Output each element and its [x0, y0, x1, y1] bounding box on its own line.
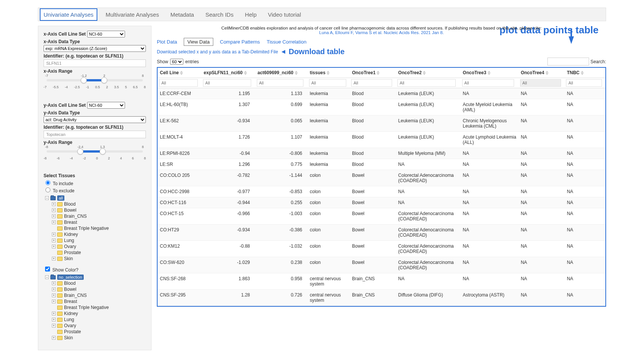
inner-tab-tissue-correlation[interactable]: Tissue Correlation [267, 39, 306, 45]
table-row: LE:CCRF-CEM1.1951.133leukemiaBloodLeukem… [158, 88, 605, 99]
folder-icon [57, 239, 63, 243]
to-exclude-radio[interactable] [45, 187, 50, 192]
tissue-item[interactable]: Ovary [64, 323, 76, 328]
tree-collapse-icon[interactable]: − [45, 196, 49, 200]
table-cell: NA [564, 170, 605, 186]
top-tab-univariate-analyses[interactable]: Univariate Analyses [40, 8, 97, 21]
column-header[interactable]: TNBC [564, 68, 605, 78]
search-label: Search: [591, 59, 606, 64]
tree-root-badge[interactable]: all [57, 195, 64, 201]
tree-expand-icon[interactable]: + [52, 208, 56, 212]
table-cell: central nervous system [308, 290, 350, 306]
inner-tab-view-data[interactable]: View Data [184, 38, 213, 46]
tissue-item[interactable]: Breast [64, 299, 77, 304]
column-filter-input[interactable] [520, 79, 561, 87]
table-cell: NA [564, 197, 605, 208]
column-filter-input[interactable] [203, 79, 251, 87]
column-header[interactable]: expSLFN11_nci60 [202, 68, 255, 78]
column-header[interactable]: OncoTree3 [461, 68, 519, 78]
search-input[interactable] [547, 58, 589, 66]
tissue-item[interactable]: Prostate [64, 329, 81, 334]
tree-expand-icon[interactable]: + [52, 281, 56, 285]
table-cell: -0.934 [202, 225, 255, 241]
x-range-slider[interactable]: -7-1.228 -7-5.5-4-2.5-10.523.556.58 [44, 76, 146, 91]
column-header[interactable]: tissues [308, 68, 350, 78]
tree-expand-icon[interactable]: + [52, 220, 56, 224]
entries-select[interactable]: 60 [170, 59, 183, 65]
tree-expand-icon[interactable]: + [52, 287, 56, 291]
tree-root-badge[interactable]: no_selection [57, 275, 84, 280]
table-cell: Bowel [350, 225, 396, 241]
table-cell: NA [519, 186, 565, 197]
tree-expand-icon[interactable]: + [52, 257, 56, 261]
tissue-item[interactable]: Bowel [64, 208, 77, 213]
top-tab-multivariate-analyses[interactable]: Multivariate Analyses [103, 9, 162, 20]
table-cell: colon [308, 241, 350, 257]
tree-expand-icon[interactable]: + [52, 245, 56, 248]
column-filter-input[interactable] [566, 79, 602, 87]
inner-tab-compare-patterns[interactable]: Compare Patterns [220, 39, 260, 45]
tree-expand-icon[interactable]: + [52, 318, 56, 321]
table-cell: 0.238 [255, 257, 308, 273]
table-row: LE:SR1.2960.775leukemiaBloodNANANANA [158, 159, 605, 170]
y-data-type-select[interactable]: act: Drug Activity [44, 116, 146, 123]
top-tab-video-tutorial[interactable]: Video tutorial [265, 9, 304, 20]
tissue-item[interactable]: Ovary [64, 244, 76, 249]
tissue-item[interactable]: Kidney [64, 232, 78, 237]
column-filter-input[interactable] [397, 79, 456, 87]
column-filter-input[interactable] [257, 79, 304, 87]
column-header[interactable]: act609699_nci60 [255, 68, 308, 78]
tree-expand-icon[interactable]: + [52, 232, 56, 236]
column-filter-input[interactable] [159, 79, 198, 87]
column-header[interactable]: OncoTree2 [396, 68, 461, 78]
to-include-radio[interactable] [45, 180, 50, 185]
tissue-item[interactable]: Prostate [64, 250, 81, 255]
tissue-item[interactable]: Skin [64, 335, 73, 340]
tissue-item[interactable]: Lung [64, 238, 74, 243]
tree-expand-icon[interactable]: + [52, 239, 56, 242]
x-cell-line-set-label: x-Axis Cell Line Set [44, 31, 86, 37]
column-filter-input[interactable] [309, 79, 346, 87]
table-cell: colon [308, 225, 350, 241]
table-cell: 0.255 [255, 197, 308, 208]
column-header[interactable]: OncoTree4 [519, 68, 565, 78]
citation-link[interactable]: Luna A, Elloumi F, Varma S et al. Nuclei… [319, 30, 444, 35]
tissue-item[interactable]: Kidney [64, 311, 78, 316]
tree-expand-icon[interactable]: + [52, 324, 56, 328]
tissue-item[interactable]: Breast Triple Negative [64, 226, 109, 231]
tissue-item[interactable]: Brain_CNS [64, 293, 87, 298]
tissue-item[interactable]: Breast Triple Negative [64, 305, 109, 310]
tree-expand-icon[interactable]: + [52, 312, 56, 315]
download-tab-file-link[interactable]: Download selected x and y axis data as a… [157, 49, 278, 55]
folder-icon [57, 245, 63, 249]
column-header[interactable]: OncoTree1 [350, 68, 396, 78]
tree-collapse-icon[interactable]: − [45, 275, 49, 279]
tree-expand-icon[interactable]: + [52, 202, 56, 206]
tissue-item[interactable]: Blood [64, 281, 76, 286]
tree-expand-icon[interactable]: + [52, 214, 56, 218]
show-color-checkbox[interactable] [45, 267, 50, 272]
x-identifier-input[interactable] [44, 59, 146, 67]
table-cell: Blood [350, 99, 396, 115]
top-tab-search-ids[interactable]: Search IDs [202, 9, 236, 20]
column-filter-input[interactable] [351, 79, 392, 87]
tissue-item[interactable]: Breast [64, 220, 77, 225]
tree-expand-icon[interactable]: + [52, 300, 56, 303]
x-cell-line-set-select[interactable]: NCI-60 [87, 31, 125, 37]
top-tab-metadata[interactable]: Metadata [167, 9, 197, 20]
y-cell-line-set-select[interactable]: NCI-60 [87, 102, 125, 109]
tree-expand-icon[interactable]: + [52, 336, 56, 340]
top-tab-help[interactable]: Help [242, 9, 259, 20]
tissue-item[interactable]: Brain_CNS [64, 214, 87, 219]
column-header[interactable]: Cell Line [158, 68, 202, 78]
y-range-slider[interactable]: -8-2.41.38 -8-6-4-202468 [44, 147, 146, 162]
tissue-item[interactable]: Skin [64, 256, 73, 261]
inner-tab-plot-data[interactable]: Plot Data [157, 39, 177, 45]
y-identifier-input[interactable] [44, 131, 146, 138]
tissue-item[interactable]: Lung [64, 317, 74, 322]
tree-expand-icon[interactable]: + [52, 293, 56, 297]
column-filter-input[interactable] [462, 79, 514, 87]
tissue-item[interactable]: Bowel [64, 287, 77, 292]
tissue-item[interactable]: Blood [64, 201, 76, 207]
x-data-type-select[interactable]: exp: mRNA Expression (Z-Score) [44, 45, 146, 52]
